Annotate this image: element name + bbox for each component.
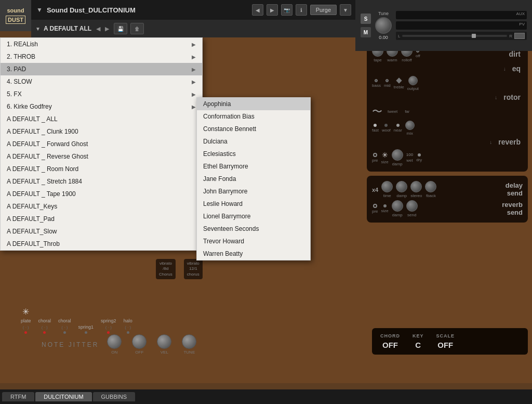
- vibrato-box-2[interactable]: vibrato12/1chorus: [184, 259, 203, 279]
- rsend-pre-label: pre: [372, 209, 378, 214]
- menu-item-throb[interactable]: 2. THROB ▶: [1, 50, 202, 63]
- rsend-pre-circle[interactable]: [373, 204, 377, 208]
- choral-1-dot: [43, 331, 46, 334]
- bass-knob-group: bass: [372, 79, 381, 88]
- near-dot[interactable]: [396, 124, 400, 127]
- tune-slider-1[interactable]: AUX: [396, 11, 527, 19]
- submenu-jane[interactable]: Jane Fonda: [197, 173, 310, 185]
- submenu-lionel[interactable]: Lionel Barrymore: [197, 210, 310, 223]
- size-starburst[interactable]: ✳: [382, 151, 388, 159]
- tab-dulcitonium[interactable]: DULCITONIUM: [35, 392, 91, 401]
- note-jitter-section: NOTE JITTER ON OFF VEL TUNE: [31, 334, 361, 355]
- mix-knob[interactable]: [405, 121, 415, 130]
- menu-item-clunk[interactable]: A DEFAULT _ Clunk 1900: [1, 125, 202, 138]
- purge-dropdown[interactable]: ▼: [340, 4, 351, 16]
- delete-preset-btn[interactable]: 🗑: [130, 23, 144, 34]
- tune-knob[interactable]: [375, 17, 392, 34]
- fx-bottom-block: x4 time damp stereo fba: [367, 176, 528, 223]
- damp-knob[interactable]: [392, 149, 403, 161]
- menu-item-pad[interactable]: 3. PAD ▶: [1, 63, 202, 75]
- treble-shape[interactable]: [396, 77, 402, 83]
- lr-slider[interactable]: L R: [396, 32, 527, 40]
- vibrato-box-1[interactable]: vibrato/8dChorus: [156, 259, 176, 279]
- menu-item-default-all[interactable]: A DEFAULT _ ALL: [1, 113, 202, 125]
- submenu-john[interactable]: John Barrymore: [197, 185, 310, 198]
- key-value: C: [415, 341, 421, 349]
- jitter-vel-knob[interactable]: [157, 334, 171, 349]
- menu-item-realish[interactable]: 1. REALish ▶: [1, 38, 202, 50]
- m-button[interactable]: M: [361, 27, 371, 37]
- menu-item-throb2[interactable]: A DEFAULT_Throb: [1, 238, 202, 250]
- delay-stereo-knob[interactable]: [410, 181, 422, 192]
- status-bar: RTFM DULCITONIUM GUBBINS: [0, 389, 532, 404]
- near-group: near: [394, 124, 402, 133]
- preset-nav: ◀ ▶: [95, 25, 111, 33]
- rsend-size-label: size: [381, 208, 389, 213]
- output-knob[interactable]: [408, 76, 418, 85]
- menu-item-stretch[interactable]: A DEFAULT _ Stretch 1884: [1, 175, 202, 188]
- vibrato-label-2: vibrato12/1chorus: [187, 261, 200, 277]
- far-label: far: [405, 109, 409, 114]
- plate-starburst: ✳: [22, 307, 29, 317]
- rsend-pre-group: pre: [372, 204, 378, 214]
- submenu-trevor[interactable]: Trevor Howard: [197, 235, 310, 247]
- bass-dot[interactable]: [375, 79, 378, 82]
- menu-item-fx[interactable]: 5. FX ▶: [1, 88, 202, 100]
- nav-right-btn[interactable]: ▶: [267, 4, 278, 16]
- dry-dot[interactable]: [418, 153, 421, 157]
- s-button[interactable]: S: [361, 14, 371, 24]
- submenu-apophinia[interactable]: Apophinia: [197, 98, 310, 110]
- purge-button[interactable]: Purge: [310, 5, 337, 15]
- jitter-off-knob[interactable]: [132, 334, 147, 349]
- spring1-name: spring1: [78, 324, 94, 330]
- balance-handle: [472, 34, 476, 38]
- jitter-tune-knob[interactable]: [182, 334, 196, 349]
- submenu-constance[interactable]: Constance Bennett: [197, 123, 310, 135]
- menu-item-forward-ghost[interactable]: A DEFAULT _ Forward Ghost: [1, 138, 202, 150]
- delay-row: x4 time damp stereo fba: [372, 181, 523, 198]
- submenu-seventeen[interactable]: Seventeen Seconds: [197, 223, 310, 235]
- submenu-dulciana[interactable]: Dulciana: [197, 135, 310, 148]
- delay-time-knob[interactable]: [381, 181, 393, 192]
- title-dropdown-arrow[interactable]: ▼: [36, 6, 43, 14]
- submenu-leslie[interactable]: Leslie Howard: [197, 198, 310, 210]
- fast-dot[interactable]: [374, 124, 377, 127]
- woof-dot[interactable]: [384, 124, 388, 127]
- rsend-send-knob[interactable]: [406, 200, 418, 212]
- squiggle-icon: 〜: [372, 105, 382, 119]
- jitter-on-knob[interactable]: [107, 334, 122, 349]
- preset-dropdown-arrow[interactable]: ▼: [35, 26, 41, 32]
- menu-item-room-nord[interactable]: A DEFAULT _ Room Nord: [1, 163, 202, 175]
- submenu-ethel[interactable]: Ethel Barrymore: [197, 160, 310, 173]
- menu-item-default-pad[interactable]: A DEFAULT_Pad: [1, 213, 202, 225]
- tune-slider-2[interactable]: PV: [396, 21, 527, 30]
- delay-damp-knob[interactable]: [396, 181, 407, 192]
- menu-item-reverse-ghost[interactable]: A DEFAULT _ Reverse Ghost: [1, 150, 202, 163]
- menu-item-keys[interactable]: A DEFAULT_Keys: [1, 200, 202, 213]
- rsend-size-dot[interactable]: [383, 204, 387, 207]
- mid-dot[interactable]: [385, 79, 389, 82]
- menu-item-stretch-label: A DEFAULT _ Stretch 1884: [7, 178, 82, 185]
- delay-fback-knob[interactable]: [425, 181, 436, 192]
- nav-left-btn[interactable]: ◀: [252, 4, 263, 16]
- preset-prev[interactable]: ◀: [95, 25, 102, 33]
- tweet-label-group: tweet: [388, 109, 397, 114]
- submenu-warren[interactable]: Warren Beatty: [197, 247, 310, 260]
- jitter-on-label: ON: [111, 350, 117, 355]
- save-preset-btn[interactable]: 💾: [114, 23, 127, 34]
- pre-circle[interactable]: [373, 153, 377, 157]
- camera-btn[interactable]: 📷: [281, 4, 292, 16]
- tab-rtfm[interactable]: RTFM: [2, 392, 34, 401]
- halo-name: halo: [124, 318, 132, 323]
- fast-label: fast: [372, 128, 379, 133]
- rsend-damp-knob[interactable]: [392, 200, 403, 212]
- tab-gubbins[interactable]: GUBBINS: [93, 392, 136, 401]
- menu-item-default-slow[interactable]: A DEFAULT_Slow: [1, 225, 202, 238]
- menu-item-kirke[interactable]: 6. Kirke Godfrey ▶: [1, 100, 202, 113]
- submenu-eclesiastics[interactable]: Eclesiastics: [197, 148, 310, 160]
- info-btn[interactable]: ℹ: [296, 4, 307, 16]
- submenu-conformation[interactable]: Conformation Bias: [197, 110, 310, 123]
- menu-item-tape[interactable]: A DEFAULT _ Tape 1900: [1, 188, 202, 200]
- preset-next[interactable]: ▶: [103, 25, 111, 33]
- menu-item-slow[interactable]: 4. SLOW ▶: [1, 75, 202, 88]
